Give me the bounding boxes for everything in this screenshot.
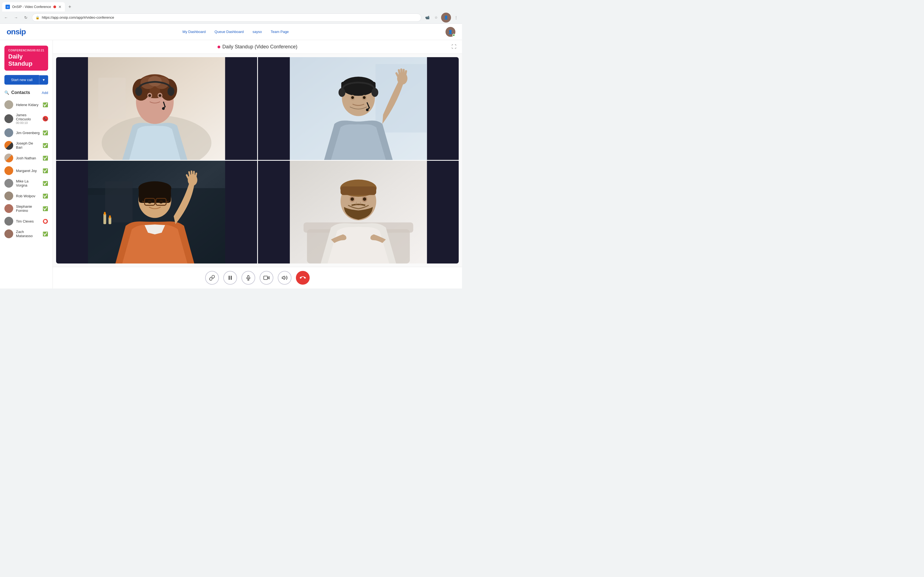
contact-avatar-mike xyxy=(5,179,13,188)
contacts-title-row: 🔍 Contacts xyxy=(5,90,30,95)
svg-point-30 xyxy=(366,108,368,111)
contact-margaret[interactable]: Margaret Joy ✅ xyxy=(5,164,48,177)
svg-point-27 xyxy=(363,96,365,99)
svg-line-33 xyxy=(401,69,402,73)
status-icon-jim: ✅ xyxy=(43,130,48,135)
link-button[interactable] xyxy=(205,271,219,285)
contacts-header: 🔍 Contacts Add xyxy=(5,90,48,95)
address-bar[interactable]: 🔒 https://app.onsip.com/app/#/video-conf… xyxy=(32,13,421,22)
contact-rob[interactable]: Rob Wolpov ✅ xyxy=(5,190,48,202)
status-icon-stephanie: ✅ xyxy=(43,206,48,211)
contact-avatar-margaret xyxy=(5,166,13,175)
status-icon-helene: ✅ xyxy=(43,102,48,108)
contact-avatar-stephanie xyxy=(5,204,13,213)
tab-recording-dot xyxy=(53,5,56,8)
hangup-button[interactable] xyxy=(296,271,310,285)
user-avatar[interactable]: 👤 xyxy=(446,27,456,37)
contact-name-tim: Tim Cleves xyxy=(16,219,40,223)
conferencing-label: CONFERENCING xyxy=(8,49,32,52)
status-icon-james: 📞 xyxy=(43,116,48,121)
contact-avatar-joseph xyxy=(5,141,13,150)
contact-tim[interactable]: Tim Cleves ⭕ xyxy=(5,215,48,227)
svg-rect-73 xyxy=(247,276,249,278)
contact-jim[interactable]: Jim Greenberg ✅ xyxy=(5,126,48,139)
contact-info-james: James Criscuolo 00:00:10 xyxy=(16,113,40,124)
nav-right: 👤 xyxy=(446,27,456,37)
contacts-search-icon[interactable]: 🔍 xyxy=(5,90,9,95)
refresh-button[interactable]: ↻ xyxy=(22,14,30,21)
nav-links: My Dashboard Queue Dashboard sayso Team … xyxy=(183,30,289,34)
contact-avatar-james xyxy=(5,114,13,123)
start-new-call-label: Start new call xyxy=(5,75,39,85)
video-title: Daily Standup (Video Conference) xyxy=(218,44,297,50)
svg-point-54 xyxy=(159,200,163,203)
contact-avatar-zach xyxy=(5,229,13,238)
nav-sayso[interactable]: sayso xyxy=(252,30,262,34)
menu-icon[interactable]: ⋮ xyxy=(452,14,460,21)
mic-button[interactable] xyxy=(241,271,255,285)
contact-mike[interactable]: Mike La Vorgna ✅ xyxy=(5,177,48,190)
contact-name-helene: Helene Kidary xyxy=(16,103,40,107)
contacts-list: Helene Kidary ✅ James Criscuolo 00:00:10… xyxy=(5,98,48,240)
contact-info-margaret: Margaret Joy xyxy=(16,169,40,173)
status-icon-tim: ⭕ xyxy=(43,219,48,224)
nav-team-page[interactable]: Team Page xyxy=(271,30,289,34)
contact-name-rob: Rob Wolpov xyxy=(16,194,40,198)
contact-zach[interactable]: Zach Matarasso ✅ xyxy=(5,227,48,240)
chrome-user-avatar[interactable]: 👤 xyxy=(441,13,451,23)
start-new-call-button[interactable]: Start new call ▼ xyxy=(5,75,48,85)
forward-button[interactable]: → xyxy=(12,14,20,21)
svg-line-36 xyxy=(396,73,397,76)
back-button[interactable]: ← xyxy=(2,14,10,21)
contact-avatar-jim xyxy=(5,128,13,137)
contact-name-james: James Criscuolo xyxy=(16,113,40,121)
cast-icon[interactable]: 📹 xyxy=(423,14,431,21)
contact-joseph[interactable]: Joseph De Bari ✅ xyxy=(5,139,48,152)
svg-line-35 xyxy=(405,71,406,74)
video-cell-3 xyxy=(56,161,257,263)
active-tab[interactable]: O OnSIP - Video Conference ✕ xyxy=(2,2,65,11)
new-tab-button[interactable]: + xyxy=(66,3,74,11)
recording-dot xyxy=(218,46,220,48)
svg-point-15 xyxy=(135,87,142,96)
user-status-dot xyxy=(452,34,455,37)
contact-info-joseph: Joseph De Bari xyxy=(16,141,40,150)
svg-point-43 xyxy=(104,212,106,215)
controls-bar xyxy=(53,267,462,288)
contact-info-jim: Jim Greenberg xyxy=(16,131,40,135)
svg-marker-78 xyxy=(282,276,284,280)
sidebar: CONFERENCING 00:02:21 Daily Standup Star… xyxy=(0,40,53,288)
contact-name-margaret: Margaret Joy xyxy=(16,169,40,173)
camera-button[interactable] xyxy=(260,271,273,285)
speaker-button[interactable] xyxy=(278,271,291,285)
call-timer: 00:02:21 xyxy=(32,49,44,52)
contact-helene[interactable]: Helene Kidary ✅ xyxy=(5,98,48,111)
tab-close-button[interactable]: ✕ xyxy=(58,5,61,9)
svg-point-47 xyxy=(138,181,171,195)
add-contact-link[interactable]: Add xyxy=(42,91,48,95)
app-logo[interactable]: onsip xyxy=(6,27,26,36)
fullscreen-button[interactable]: ⛶ xyxy=(452,44,457,50)
contact-james[interactable]: James Criscuolo 00:00:10 📞 xyxy=(5,111,48,126)
nav-my-dashboard[interactable]: My Dashboard xyxy=(183,30,206,34)
status-icon-josh: ✅ xyxy=(43,156,48,161)
status-icon-joseph: ✅ xyxy=(43,143,48,148)
svg-line-56 xyxy=(189,172,190,175)
svg-point-29 xyxy=(371,88,378,97)
svg-rect-72 xyxy=(231,276,232,280)
contact-stephanie[interactable]: Stephanie Fornino ✅ xyxy=(5,202,48,215)
contact-name-stephanie: Stephanie Fornino xyxy=(16,205,40,213)
conferencing-banner[interactable]: CONFERENCING 00:02:21 Daily Standup xyxy=(5,46,48,71)
new-call-dropdown-arrow[interactable]: ▼ xyxy=(39,75,48,85)
bookmark-icon[interactable]: ☆ xyxy=(432,14,440,21)
pause-button[interactable] xyxy=(223,271,237,285)
video-cell-1 xyxy=(56,57,257,160)
contact-avatar-helene xyxy=(5,100,13,109)
contact-name-zach: Zach Matarasso xyxy=(16,230,40,238)
tab-favicon: O xyxy=(5,5,10,9)
nav-queue-dashboard[interactable]: Queue Dashboard xyxy=(215,30,244,34)
svg-point-16 xyxy=(168,87,174,96)
contact-josh[interactable]: Josh Nathan ✅ xyxy=(5,152,48,164)
svg-rect-77 xyxy=(264,276,268,280)
contact-name-joseph: Joseph De Bari xyxy=(16,141,40,150)
